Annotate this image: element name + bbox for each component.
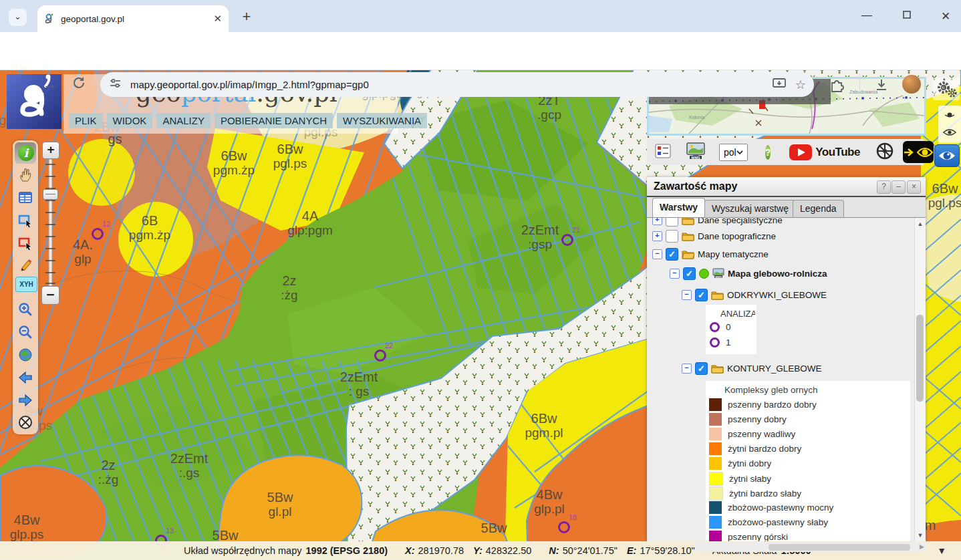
geoportal-wheel-icon[interactable] [876, 142, 894, 162]
layer-checkbox[interactable]: ✓ [683, 267, 696, 280]
collapse-icon[interactable]: − [682, 290, 692, 300]
soil-pit-marker[interactable]: 21 [561, 234, 573, 246]
menu-analizy[interactable]: ANALIZY [156, 113, 211, 128]
chevron-down-icon [736, 150, 743, 154]
map-label: 4A.glp [73, 238, 93, 266]
map-label: 2z:żg [281, 274, 297, 302]
panel-close-button[interactable]: × [907, 180, 921, 194]
language-select[interactable]: pol [719, 144, 748, 161]
scroll-up-icon[interactable]: ▲ [915, 221, 926, 227]
reload-button[interactable] [71, 75, 87, 94]
window-close-button[interactable]: ✕ [938, 9, 953, 23]
scrollbar-thumb[interactable] [916, 315, 924, 402]
high-contrast-eye-icon[interactable] [916, 146, 934, 158]
bookmark-star-icon[interactable]: ☆ [795, 78, 806, 92]
back-button[interactable]: ← [15, 76, 29, 92]
window-minimize-button[interactable]: — [859, 9, 874, 21]
visibility-eye-button[interactable] [934, 144, 960, 167]
new-tab-button[interactable]: + [238, 8, 255, 25]
browser-tab[interactable]: geoportal.gov.pl ✕ [37, 5, 229, 32]
tab-warstwy[interactable]: Warstwy [652, 198, 705, 217]
tree-row-kontury-glebowe[interactable]: − ✓ KONTURY_GLEBOWE [682, 361, 822, 376]
tree-row-dane-topograficzne[interactable]: + Dane topograficzne [652, 229, 776, 243]
address-bar[interactable]: mapy.geoportal.gov.pl/imap/Imgp_2.html?g… [100, 72, 814, 97]
wms-service-icon[interactable]: WMS [686, 142, 706, 163]
odkrywki-legend: ANALIZA 0 1 [706, 305, 757, 354]
collapse-icon[interactable]: − [670, 269, 680, 279]
map-label: 4Bwglp.ps [10, 513, 44, 541]
site-settings-icon[interactable] [110, 78, 121, 92]
map-label: 4Bwglp.pl [534, 488, 564, 516]
tree-row-odkrywki-glebowe[interactable]: − ✓ ODKRYWKI_GLEBOWE [682, 287, 827, 302]
zoom-in-tool[interactable] [17, 301, 33, 317]
small-eye-icon [944, 130, 956, 135]
scrollbar-thumb[interactable] [769, 544, 910, 551]
legend-swatch [709, 428, 722, 440]
tree-row-mapy-tematyczne[interactable]: − ✓ Mapy tematyczne [652, 247, 769, 261]
e-label: E: [627, 545, 637, 556]
tab-wyszukaj-warstwe[interactable]: Wyszukaj warstwę [704, 200, 796, 217]
panel-horizontal-scrollbar[interactable]: ▶ [695, 543, 926, 552]
install-app-icon[interactable] [773, 78, 786, 92]
folder-icon [711, 290, 724, 300]
tab-search-chevron-icon[interactable]: ⌄ [9, 9, 27, 26]
map-label: 6Bwpgm.pl [525, 412, 563, 440]
layer-checkbox[interactable] [666, 218, 678, 227]
xyh-coordinates-tool[interactable]: XYH [15, 277, 37, 292]
menu-widok[interactable]: WIDOK [107, 113, 153, 128]
scroll-down-icon[interactable]: ▼ [915, 532, 926, 539]
deselect-rectangle-tool[interactable] [17, 235, 33, 251]
soil-pit-marker[interactable]: 18 [558, 521, 570, 533]
layer-checkbox[interactable]: ✓ [666, 248, 678, 261]
layer-checkbox[interactable]: ✓ [695, 362, 708, 375]
menu-wyszukiwania[interactable]: WYSZUKIWANIA [337, 113, 427, 128]
tree-row-mapa-glebowo-rolnicza[interactable]: − ✓ WMS Mapa glebowo-rolnicza [670, 266, 827, 281]
expand-icon[interactable]: + [652, 218, 662, 225]
window-maximize-button[interactable] [900, 9, 914, 21]
zoom-out-tool[interactable] [17, 324, 33, 340]
previous-view-arrow-icon[interactable] [17, 370, 33, 386]
statusbar-collapse-icon[interactable]: ▼ [937, 545, 946, 556]
next-view-arrow-icon[interactable] [17, 392, 33, 408]
legend-list-icon[interactable] [655, 144, 671, 161]
full-extent-globe-tool[interactable] [17, 347, 33, 363]
menu-pobieranie-danych[interactable]: POBIERANIE DANYCH [215, 113, 333, 128]
collapse-icon[interactable]: − [682, 364, 692, 374]
soil-pit-symbol [710, 337, 720, 347]
expand-icon[interactable]: + [652, 231, 662, 241]
browser-menu-kebab-icon[interactable]: ⋮ [938, 76, 950, 90]
url-text[interactable]: mapy.geoportal.gov.pl/imap/Imgp_2.html?g… [130, 79, 773, 90]
forward-button[interactable]: → [43, 76, 57, 92]
soil-pit-marker[interactable]: 12 [92, 228, 104, 240]
soil-pit-marker[interactable]: 22 [374, 349, 386, 362]
zoom-slider-handle[interactable] [43, 189, 58, 200]
extensions-puzzle-icon[interactable] [830, 78, 845, 95]
measure-pencil-tool[interactable] [17, 258, 33, 274]
panel-help-button[interactable]: ? [877, 180, 891, 194]
help-button[interactable]: ? [765, 145, 771, 160]
panel-vertical-scrollbar[interactable]: ▲ ▼ [914, 218, 926, 541]
identify-info-tool[interactable]: i [18, 145, 34, 161]
menu-plik[interactable]: PLIK [69, 113, 103, 128]
tab-legenda[interactable]: Legenda [793, 200, 844, 217]
panel-minimize-button[interactable]: – [891, 180, 906, 194]
layer-checkbox[interactable] [666, 230, 678, 243]
zoom-slider-minus-button[interactable]: − [41, 286, 59, 305]
select-by-rectangle-tool[interactable] [17, 213, 33, 229]
svg-text:Kolonia: Kolonia [689, 115, 704, 120]
attribute-table-tool[interactable] [17, 190, 33, 206]
scroll-right-icon[interactable]: ▶ [920, 543, 924, 550]
tab-close-icon[interactable]: ✕ [213, 13, 222, 25]
crs-label: Układ współrzędnych mapy [184, 545, 302, 556]
collapse-icon[interactable]: − [652, 249, 662, 259]
legend-swatch [709, 472, 723, 486]
youtube-link[interactable]: YouTube [789, 144, 860, 160]
default-view-compass-tool[interactable] [17, 414, 33, 430]
pan-hand-tool[interactable] [17, 167, 33, 183]
downloads-icon[interactable] [874, 78, 889, 95]
profile-avatar[interactable] [902, 75, 921, 94]
zoom-slider-plus-button[interactable]: + [42, 142, 59, 159]
skip-arrow-icon[interactable] [903, 147, 916, 158]
layer-checkbox[interactable]: ✓ [695, 289, 708, 301]
tree-row-dane-specjalistyczne[interactable]: + Dane specjalistyczne [652, 218, 783, 227]
